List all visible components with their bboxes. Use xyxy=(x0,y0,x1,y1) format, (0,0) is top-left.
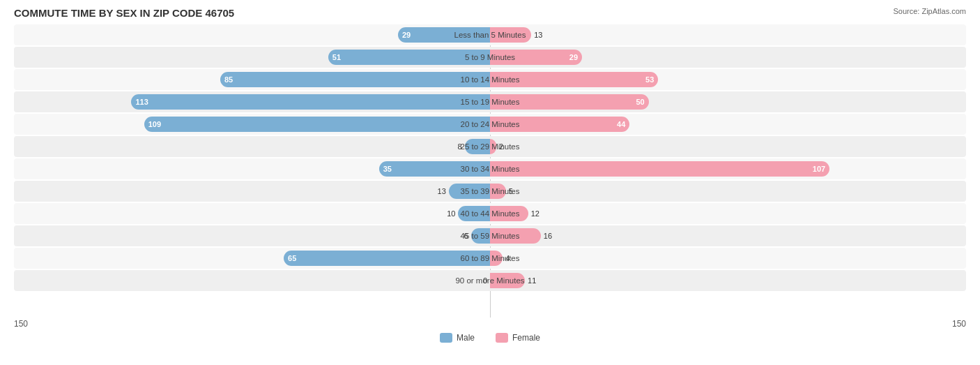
bars-area: 2913Less than 5 Minutes51295 to 9 Minute… xyxy=(14,24,966,318)
bar-row: 13535 to 39 Minutes xyxy=(14,181,966,202)
bar-row: 01190 or more Minutes xyxy=(14,270,966,291)
male-value-outside: 0 xyxy=(483,276,487,285)
female-bar xyxy=(490,273,525,288)
right-side: 4 xyxy=(490,248,966,269)
female-bar: 107 xyxy=(490,161,829,177)
female-value: 29 xyxy=(569,53,578,61)
female-value: 11 xyxy=(528,276,536,285)
male-value-outside: 13 xyxy=(438,187,446,195)
legend-male: Male xyxy=(440,333,475,343)
male-value: 29 xyxy=(402,31,411,39)
bar-row: 3510730 to 34 Minutes xyxy=(14,158,966,179)
male-bar: 85 xyxy=(220,72,490,87)
female-bar xyxy=(490,184,506,199)
axis-right-label: 150 xyxy=(952,319,966,329)
male-value: 35 xyxy=(383,165,392,173)
female-bar: 44 xyxy=(490,117,629,132)
bar-row: 8225 to 29 Minutes xyxy=(14,136,966,157)
chart-legend: Male Female xyxy=(14,333,966,343)
male-value-outside: 8 xyxy=(457,142,461,151)
bar-row: 65460 to 89 Minutes xyxy=(14,248,966,269)
left-side: 35 xyxy=(14,158,490,179)
female-value: 53 xyxy=(645,75,654,84)
left-side: 113 xyxy=(14,91,490,112)
male-value-outside: 6 xyxy=(464,232,468,240)
bar-row: 1135015 to 19 Minutes xyxy=(14,91,966,112)
bar-row: 1094420 to 24 Minutes xyxy=(14,114,966,135)
bar-row: 2913Less than 5 Minutes xyxy=(14,24,966,45)
female-bar xyxy=(490,251,503,266)
chart-title: COMMUTE TIME BY SEX IN ZIP CODE 46705 xyxy=(14,7,966,19)
left-side: 13 xyxy=(14,181,490,202)
male-bar xyxy=(471,228,490,244)
right-side: 107 xyxy=(490,158,966,179)
legend-male-box xyxy=(440,333,452,343)
female-bar: 50 xyxy=(490,94,649,110)
female-value: 50 xyxy=(636,98,644,106)
female-bar: 53 xyxy=(490,72,658,87)
left-side: 0 xyxy=(14,270,490,291)
male-bar xyxy=(458,206,490,221)
left-side: 109 xyxy=(14,114,490,135)
right-side: 29 xyxy=(490,47,966,68)
right-side: 12 xyxy=(490,203,966,224)
male-value: 109 xyxy=(148,120,161,128)
female-bar xyxy=(490,206,528,221)
right-side: 13 xyxy=(490,24,966,45)
right-side: 50 xyxy=(490,91,966,112)
female-value: 16 xyxy=(544,232,552,240)
right-side: 53 xyxy=(490,69,966,90)
female-bar xyxy=(490,139,496,154)
left-side: 10 xyxy=(14,203,490,224)
female-value: 13 xyxy=(534,31,542,39)
legend-female-label: Female xyxy=(512,333,540,343)
male-value: 113 xyxy=(135,98,148,106)
left-side: 8 xyxy=(14,136,490,157)
right-side: 44 xyxy=(490,114,966,135)
male-bar: 109 xyxy=(144,117,490,132)
left-side: 65 xyxy=(14,248,490,269)
male-value: 85 xyxy=(224,75,233,84)
female-value: 12 xyxy=(531,209,539,218)
legend-female: Female xyxy=(496,333,540,343)
female-value: 107 xyxy=(813,165,825,173)
male-value: 65 xyxy=(288,254,296,262)
male-bar: 113 xyxy=(131,94,490,110)
female-bar xyxy=(490,27,531,43)
bar-row: 101240 to 44 Minutes xyxy=(14,203,966,224)
left-side: 6 xyxy=(14,225,490,246)
female-bar: 29 xyxy=(490,50,582,65)
bar-row: 51295 to 9 Minutes xyxy=(14,47,966,68)
legend-female-box xyxy=(496,333,508,343)
left-side: 29 xyxy=(14,24,490,45)
source-label: Source: ZipAtlas.com xyxy=(893,7,966,15)
male-bar: 35 xyxy=(379,161,490,177)
female-value: 4 xyxy=(505,254,510,262)
female-value: 44 xyxy=(617,120,625,128)
male-bar: 29 xyxy=(398,27,490,43)
axis-labels: 150 150 xyxy=(14,319,966,329)
right-side: 2 xyxy=(490,136,966,157)
right-side: 5 xyxy=(490,181,966,202)
right-side: 16 xyxy=(490,225,966,246)
female-bar xyxy=(490,228,541,244)
chart-container: COMMUTE TIME BY SEX IN ZIP CODE 46705 So… xyxy=(0,0,980,365)
female-value: 2 xyxy=(499,142,503,151)
male-bar xyxy=(449,184,490,199)
male-value-outside: 10 xyxy=(447,209,455,218)
bar-row: 855310 to 14 Minutes xyxy=(14,69,966,90)
bar-row: 61645 to 59 Minutes xyxy=(14,225,966,246)
male-bar xyxy=(465,139,490,154)
legend-male-label: Male xyxy=(457,333,475,343)
left-side: 85 xyxy=(14,69,490,90)
left-side: 51 xyxy=(14,47,490,68)
axis-left-label: 150 xyxy=(14,319,28,329)
male-value: 51 xyxy=(332,53,341,61)
male-bar: 51 xyxy=(328,50,490,65)
male-bar: 65 xyxy=(284,251,490,266)
right-side: 11 xyxy=(490,270,966,291)
female-value: 5 xyxy=(509,187,513,195)
